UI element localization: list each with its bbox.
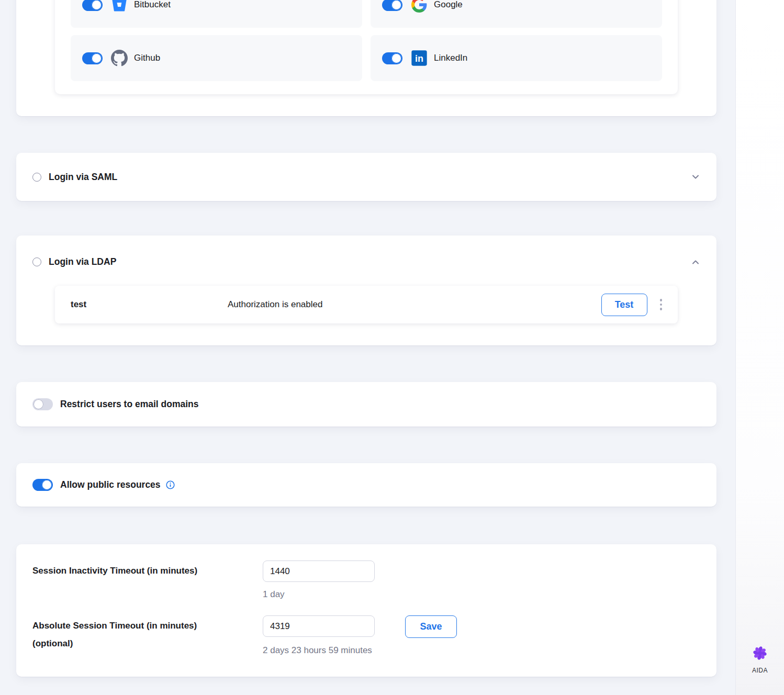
saml-section-card: Login via SAML <box>16 153 716 201</box>
bitbucket-icon <box>111 0 128 13</box>
saml-section-title: Login via SAML <box>49 172 117 183</box>
ldap-section-card: Login via LDAP test Authorization is ena… <box>16 236 716 345</box>
save-button[interactable]: Save <box>405 615 457 638</box>
ldap-radio[interactable] <box>32 257 41 266</box>
absolute-timeout-label: Absolute Session Timeout (in minutes) (o… <box>32 615 263 656</box>
auth-settings-page: Bitbucket Google <box>0 0 784 695</box>
session-timeout-card: Session Inactivity Timeout (in minutes) … <box>16 544 716 677</box>
bitbucket-toggle[interactable] <box>82 0 103 11</box>
right-rail: AIDA <box>735 0 784 695</box>
inactivity-timeout-hint: 1 day <box>263 589 700 600</box>
saml-radio[interactable] <box>32 173 41 182</box>
restrict-domains-label: Restrict users to email domains <box>60 399 199 410</box>
ldap-entry-row: test Authorization is enabled Test <box>55 286 678 323</box>
ldap-entry-name: test <box>71 299 228 310</box>
toggle-knob <box>92 0 102 10</box>
ldap-section-title: Login via LDAP <box>49 256 116 267</box>
github-toggle[interactable] <box>82 52 103 64</box>
absolute-timeout-input[interactable] <box>263 615 375 637</box>
public-resources-toggle[interactable] <box>32 479 53 491</box>
toggle-knob <box>391 53 401 63</box>
restrict-domains-toggle[interactable] <box>32 398 53 410</box>
provider-tile-linkedin: in LinkedIn <box>371 35 662 81</box>
provider-label: Bitbucket <box>134 0 171 10</box>
restrict-domains-card: Restrict users to email domains <box>16 382 716 427</box>
provider-tile-google: Google <box>371 0 662 28</box>
kebab-menu-icon[interactable] <box>658 297 665 312</box>
info-icon[interactable] <box>166 480 175 489</box>
absolute-timeout-label-line1: Absolute Session Timeout (in minutes) <box>32 620 263 632</box>
toggle-knob <box>391 0 401 10</box>
oauth-providers-card: Bitbucket Google <box>16 0 716 116</box>
public-resources-label: Allow public resources <box>60 479 161 490</box>
aida-logo-icon <box>752 645 768 664</box>
inactivity-timeout-row: Session Inactivity Timeout (in minutes) … <box>32 561 700 600</box>
linkedin-toggle[interactable] <box>382 52 402 64</box>
aida-assistant-button[interactable]: AIDA <box>736 645 784 674</box>
github-icon <box>111 50 128 66</box>
inactivity-timeout-input[interactable] <box>263 561 375 582</box>
chevron-up-icon[interactable] <box>691 257 700 267</box>
aida-label: AIDA <box>752 667 768 674</box>
oauth-providers-grid: Bitbucket Google <box>71 0 662 81</box>
inactivity-timeout-label: Session Inactivity Timeout (in minutes) <box>32 561 263 600</box>
google-icon <box>411 0 428 13</box>
absolute-timeout-row: Absolute Session Timeout (in minutes) (o… <box>32 615 700 656</box>
provider-tile-github: Github <box>71 35 362 81</box>
linkedin-icon: in <box>411 50 428 66</box>
provider-tile-bitbucket: Bitbucket <box>71 0 362 28</box>
chevron-down-icon[interactable] <box>691 172 700 182</box>
test-button[interactable]: Test <box>601 294 647 316</box>
provider-label: LinkedIn <box>434 53 467 63</box>
ldap-entry-status: Authorization is enabled <box>228 299 601 310</box>
provider-label: Github <box>134 53 160 63</box>
public-resources-card: Allow public resources <box>16 463 716 507</box>
toggle-knob <box>92 53 102 63</box>
svg-text:in: in <box>415 53 423 64</box>
absolute-timeout-hint: 2 days 23 hours 59 minutes <box>263 645 700 656</box>
oauth-providers-panel: Bitbucket Google <box>55 0 678 94</box>
google-toggle[interactable] <box>382 0 402 11</box>
toggle-knob <box>33 399 43 409</box>
toggle-knob <box>42 480 52 490</box>
provider-label: Google <box>434 0 463 10</box>
absolute-timeout-label-line2: (optional) <box>32 638 263 649</box>
